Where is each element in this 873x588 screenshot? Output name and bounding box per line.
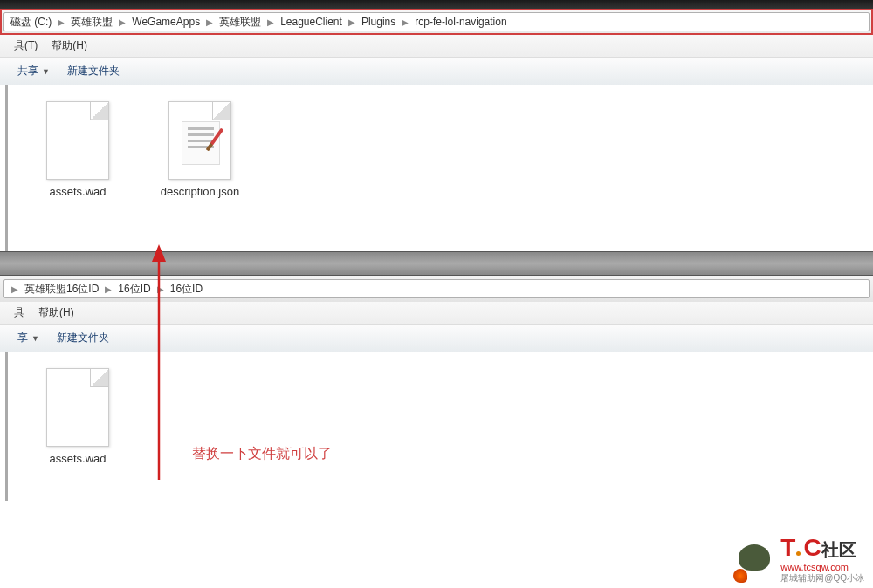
watermark-c: C: [803, 534, 819, 562]
chevron-right-icon[interactable]: ▶: [398, 17, 412, 27]
file-icon: [46, 368, 109, 447]
window2-breadcrumb[interactable]: ▶ 英雄联盟16位ID ▶ 16位ID ▶ 16位ID: [3, 279, 870, 298]
dot-icon: [796, 551, 801, 556]
chevron-right-icon[interactable]: ▶: [115, 17, 129, 27]
file-label: description.json: [161, 185, 239, 198]
watermark-sub: 屠城辅助网@QQ小冰: [780, 572, 864, 585]
window2-menu-bar: 具 帮助(H): [0, 302, 873, 325]
share-label: 享: [17, 331, 28, 345]
watermark-mascot-icon: [733, 543, 775, 585]
crumb-item[interactable]: rcp-fe-lol-navigation: [412, 16, 509, 28]
chevron-right-icon[interactable]: ▶: [101, 284, 115, 294]
menu-help[interactable]: 帮助(H): [31, 303, 81, 323]
watermark-brand: T C 社区: [780, 534, 856, 562]
new-folder-button[interactable]: 新建文件夹: [48, 327, 118, 349]
annotation-text: 替换一下文件就可以了: [192, 445, 332, 463]
menu-tools[interactable]: 具(T): [7, 36, 45, 56]
file-label: assets.wad: [49, 452, 106, 465]
crumb-drive[interactable]: 磁盘 (C:): [8, 15, 54, 30]
watermark-url: www.tcsqw.com: [780, 562, 849, 572]
crumb-item[interactable]: WeGameApps: [129, 16, 203, 28]
window1-address-bar: 磁盘 (C:) ▶ 英雄联盟 ▶ WeGameApps ▶ 英雄联盟 ▶ Lea…: [0, 9, 873, 35]
chevron-right-icon[interactable]: ▶: [345, 17, 359, 27]
file-icon: [46, 101, 109, 180]
chevron-right-icon[interactable]: ▶: [264, 17, 278, 27]
watermark-cn: 社区: [821, 538, 856, 562]
share-button[interactable]: 享 ▼: [9, 327, 48, 349]
crumb-item[interactable]: 英雄联盟: [68, 15, 115, 30]
chevron-down-icon: ▼: [31, 334, 39, 343]
window1-breadcrumb[interactable]: 磁盘 (C:) ▶ 英雄联盟 ▶ WeGameApps ▶ 英雄联盟 ▶ Lea…: [3, 12, 870, 31]
menu-help[interactable]: 帮助(H): [45, 36, 94, 56]
share-button[interactable]: 共享 ▼: [9, 60, 58, 82]
window1-file-area[interactable]: assets.wad description.json: [5, 85, 873, 251]
file-item[interactable]: assets.wad: [34, 101, 121, 198]
crumb-item[interactable]: 16位ID: [168, 282, 205, 297]
crumb-item[interactable]: 英雄联盟: [217, 15, 264, 30]
file-label: assets.wad: [49, 185, 106, 198]
window2-toolbar: 享 ▼ 新建文件夹: [0, 325, 873, 352]
window2-address-bar: ▶ 英雄联盟16位ID ▶ 16位ID ▶ 16位ID: [0, 276, 873, 302]
share-label: 共享: [17, 64, 38, 79]
window1-toolbar: 共享 ▼ 新建文件夹: [0, 58, 873, 85]
json-file-icon: [168, 101, 231, 180]
crumb-item[interactable]: Plugins: [359, 16, 398, 28]
window1-menu-bar: 具(T) 帮助(H): [0, 35, 873, 58]
crumb-item[interactable]: LeagueClient: [278, 16, 345, 28]
chevron-right-icon[interactable]: ▶: [154, 284, 168, 294]
crumb-item[interactable]: 英雄联盟16位ID: [22, 282, 101, 297]
menu-tools[interactable]: 具: [7, 303, 31, 323]
chevron-right-icon[interactable]: ▶: [8, 284, 22, 294]
file-item[interactable]: description.json: [156, 101, 244, 198]
window2-file-area[interactable]: assets.wad: [5, 352, 873, 501]
window-divider: [0, 251, 873, 276]
chevron-right-icon[interactable]: ▶: [203, 17, 217, 27]
new-folder-button[interactable]: 新建文件夹: [58, 60, 128, 82]
chevron-down-icon: ▼: [42, 67, 50, 76]
watermark: T C 社区 www.tcsqw.com 屠城辅助网@QQ小冰: [733, 534, 864, 585]
crumb-item[interactable]: 16位ID: [115, 282, 153, 297]
file-item[interactable]: assets.wad: [34, 368, 121, 465]
chevron-right-icon[interactable]: ▶: [54, 17, 68, 27]
window1-titlebar: [0, 0, 873, 9]
watermark-t: T: [780, 534, 794, 562]
